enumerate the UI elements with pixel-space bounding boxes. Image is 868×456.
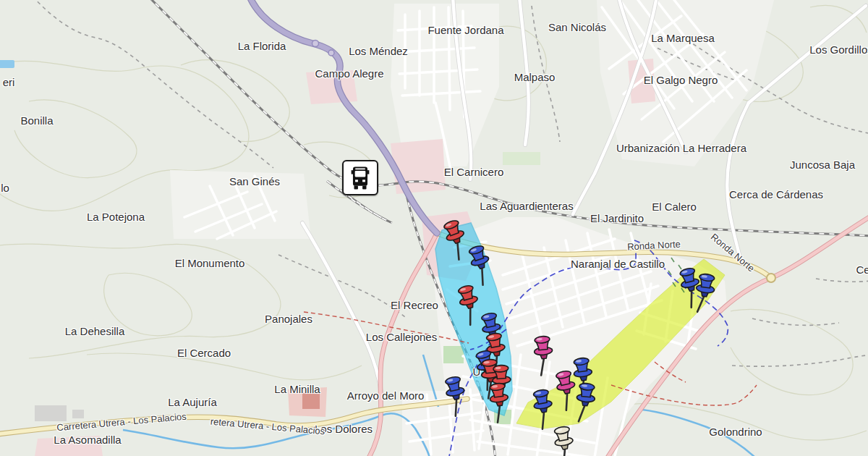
pond: [0, 60, 14, 68]
map-base-graphics: [0, 0, 868, 456]
map-pin-blue[interactable]: [687, 271, 722, 319]
map-pin-blue[interactable]: [569, 380, 602, 428]
bus-icon[interactable]: [342, 160, 378, 195]
bus-glyph: [348, 165, 373, 191]
map-canvas[interactable]: Fuente JordanaSan NicolásLa MarquesaLos …: [0, 0, 868, 456]
map-pin-red[interactable]: [482, 380, 517, 428]
